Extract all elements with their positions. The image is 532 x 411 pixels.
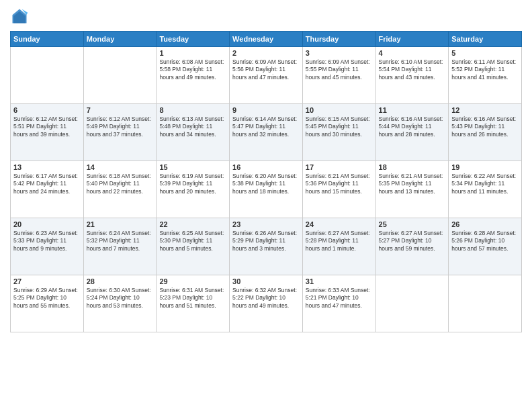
calendar-cell: 30Sunrise: 6:32 AM Sunset: 5:22 PM Dayli… bbox=[230, 275, 303, 332]
day-number: 9 bbox=[232, 106, 300, 114]
day-number: 7 bbox=[87, 106, 154, 114]
day-number: 6 bbox=[13, 106, 81, 114]
weekday-header: Sunday bbox=[11, 32, 84, 47]
calendar-cell bbox=[449, 275, 522, 332]
day-number: 12 bbox=[451, 106, 519, 114]
day-number: 27 bbox=[13, 277, 81, 285]
calendar-cell: 7Sunrise: 6:12 AM Sunset: 5:49 PM Daylig… bbox=[83, 104, 157, 161]
calendar-cell: 8Sunrise: 6:13 AM Sunset: 5:48 PM Daylig… bbox=[157, 104, 230, 161]
calendar-cell: 18Sunrise: 6:21 AM Sunset: 5:35 PM Dayli… bbox=[375, 161, 449, 218]
calendar-cell: 17Sunrise: 6:21 AM Sunset: 5:36 PM Dayli… bbox=[302, 161, 375, 218]
day-info: Sunrise: 6:24 AM Sunset: 5:32 PM Dayligh… bbox=[87, 230, 154, 253]
day-number: 5 bbox=[451, 49, 519, 57]
day-number: 2 bbox=[232, 49, 300, 57]
day-info: Sunrise: 6:09 AM Sunset: 5:55 PM Dayligh… bbox=[306, 58, 373, 81]
day-info: Sunrise: 6:17 AM Sunset: 5:42 PM Dayligh… bbox=[13, 173, 81, 195]
calendar-cell: 3Sunrise: 6:09 AM Sunset: 5:55 PM Daylig… bbox=[302, 47, 375, 104]
day-info: Sunrise: 6:10 AM Sunset: 5:54 PM Dayligh… bbox=[379, 58, 446, 81]
day-info: Sunrise: 6:16 AM Sunset: 5:44 PM Dayligh… bbox=[379, 116, 446, 138]
weekday-header: Saturday bbox=[449, 32, 522, 47]
day-info: Sunrise: 6:26 AM Sunset: 5:29 PM Dayligh… bbox=[232, 230, 300, 253]
day-info: Sunrise: 6:12 AM Sunset: 5:51 PM Dayligh… bbox=[13, 116, 81, 138]
day-info: Sunrise: 6:30 AM Sunset: 5:24 PM Dayligh… bbox=[87, 287, 154, 310]
day-number: 28 bbox=[87, 277, 154, 285]
day-number: 23 bbox=[232, 220, 300, 228]
calendar-week-row: 27Sunrise: 6:29 AM Sunset: 5:25 PM Dayli… bbox=[11, 275, 522, 332]
calendar-cell: 1Sunrise: 6:08 AM Sunset: 5:58 PM Daylig… bbox=[157, 47, 230, 104]
page-header bbox=[10, 7, 522, 26]
day-number: 16 bbox=[232, 163, 300, 171]
day-info: Sunrise: 6:20 AM Sunset: 5:38 PM Dayligh… bbox=[232, 173, 300, 195]
day-info: Sunrise: 6:15 AM Sunset: 5:45 PM Dayligh… bbox=[306, 116, 373, 138]
day-number: 19 bbox=[451, 163, 519, 171]
day-info: Sunrise: 6:16 AM Sunset: 5:43 PM Dayligh… bbox=[451, 116, 519, 138]
calendar-cell: 26Sunrise: 6:28 AM Sunset: 5:26 PM Dayli… bbox=[449, 218, 522, 275]
calendar-week-row: 20Sunrise: 6:23 AM Sunset: 5:33 PM Dayli… bbox=[11, 218, 522, 275]
calendar-cell: 22Sunrise: 6:25 AM Sunset: 5:30 PM Dayli… bbox=[157, 218, 230, 275]
calendar-cell: 29Sunrise: 6:31 AM Sunset: 5:23 PM Dayli… bbox=[157, 275, 230, 332]
day-number: 11 bbox=[379, 106, 446, 114]
day-info: Sunrise: 6:08 AM Sunset: 5:58 PM Dayligh… bbox=[159, 58, 226, 81]
day-number: 20 bbox=[13, 220, 81, 228]
calendar-cell bbox=[11, 47, 84, 104]
calendar-cell: 27Sunrise: 6:29 AM Sunset: 5:25 PM Dayli… bbox=[11, 275, 84, 332]
calendar-week-row: 6Sunrise: 6:12 AM Sunset: 5:51 PM Daylig… bbox=[11, 104, 522, 161]
day-info: Sunrise: 6:33 AM Sunset: 5:21 PM Dayligh… bbox=[306, 287, 373, 310]
day-info: Sunrise: 6:25 AM Sunset: 5:30 PM Dayligh… bbox=[159, 230, 226, 253]
day-number: 29 bbox=[159, 277, 226, 285]
day-number: 18 bbox=[379, 163, 446, 171]
day-number: 30 bbox=[232, 277, 300, 285]
calendar-cell: 21Sunrise: 6:24 AM Sunset: 5:32 PM Dayli… bbox=[83, 218, 157, 275]
calendar-cell: 19Sunrise: 6:22 AM Sunset: 5:34 PM Dayli… bbox=[449, 161, 522, 218]
day-number: 22 bbox=[159, 220, 226, 228]
day-info: Sunrise: 6:29 AM Sunset: 5:25 PM Dayligh… bbox=[13, 287, 81, 310]
calendar-cell: 16Sunrise: 6:20 AM Sunset: 5:38 PM Dayli… bbox=[230, 161, 303, 218]
weekday-header: Monday bbox=[83, 32, 157, 47]
calendar-cell bbox=[83, 47, 157, 104]
weekday-header: Tuesday bbox=[157, 32, 230, 47]
day-info: Sunrise: 6:32 AM Sunset: 5:22 PM Dayligh… bbox=[232, 287, 300, 310]
day-info: Sunrise: 6:13 AM Sunset: 5:48 PM Dayligh… bbox=[159, 116, 226, 138]
calendar-cell: 6Sunrise: 6:12 AM Sunset: 5:51 PM Daylig… bbox=[11, 104, 84, 161]
day-number: 14 bbox=[87, 163, 154, 171]
weekday-header-row: SundayMondayTuesdayWednesdayThursdayFrid… bbox=[11, 32, 522, 47]
day-number: 13 bbox=[13, 163, 81, 171]
day-info: Sunrise: 6:21 AM Sunset: 5:35 PM Dayligh… bbox=[379, 173, 446, 195]
day-info: Sunrise: 6:09 AM Sunset: 5:56 PM Dayligh… bbox=[232, 58, 300, 81]
day-info: Sunrise: 6:27 AM Sunset: 5:27 PM Dayligh… bbox=[379, 230, 446, 253]
day-number: 21 bbox=[87, 220, 154, 228]
calendar-cell bbox=[375, 275, 449, 332]
day-info: Sunrise: 6:11 AM Sunset: 5:52 PM Dayligh… bbox=[451, 58, 519, 81]
calendar-cell: 2Sunrise: 6:09 AM Sunset: 5:56 PM Daylig… bbox=[230, 47, 303, 104]
calendar-cell: 14Sunrise: 6:18 AM Sunset: 5:40 PM Dayli… bbox=[83, 161, 157, 218]
calendar-cell: 13Sunrise: 6:17 AM Sunset: 5:42 PM Dayli… bbox=[11, 161, 84, 218]
day-number: 24 bbox=[306, 220, 373, 228]
day-number: 31 bbox=[306, 277, 373, 285]
day-info: Sunrise: 6:21 AM Sunset: 5:36 PM Dayligh… bbox=[306, 173, 373, 195]
calendar-table: SundayMondayTuesdayWednesdayThursdayFrid… bbox=[10, 31, 522, 332]
calendar-cell: 4Sunrise: 6:10 AM Sunset: 5:54 PM Daylig… bbox=[375, 47, 449, 104]
day-number: 3 bbox=[306, 49, 373, 57]
weekday-header: Wednesday bbox=[230, 32, 303, 47]
page-container: SundayMondayTuesdayWednesdayThursdayFrid… bbox=[0, 0, 532, 411]
day-number: 15 bbox=[159, 163, 226, 171]
calendar-cell: 9Sunrise: 6:14 AM Sunset: 5:47 PM Daylig… bbox=[230, 104, 303, 161]
day-info: Sunrise: 6:22 AM Sunset: 5:34 PM Dayligh… bbox=[451, 173, 519, 195]
day-info: Sunrise: 6:28 AM Sunset: 5:26 PM Dayligh… bbox=[451, 230, 519, 253]
calendar-week-row: 13Sunrise: 6:17 AM Sunset: 5:42 PM Dayli… bbox=[11, 161, 522, 218]
calendar-cell: 5Sunrise: 6:11 AM Sunset: 5:52 PM Daylig… bbox=[449, 47, 522, 104]
calendar-week-row: 1Sunrise: 6:08 AM Sunset: 5:58 PM Daylig… bbox=[11, 47, 522, 104]
day-number: 26 bbox=[451, 220, 519, 228]
calendar-cell: 23Sunrise: 6:26 AM Sunset: 5:29 PM Dayli… bbox=[230, 218, 303, 275]
calendar-cell: 15Sunrise: 6:19 AM Sunset: 5:39 PM Dayli… bbox=[157, 161, 230, 218]
weekday-header: Thursday bbox=[302, 32, 375, 47]
day-number: 10 bbox=[306, 106, 373, 114]
calendar-cell: 10Sunrise: 6:15 AM Sunset: 5:45 PM Dayli… bbox=[302, 104, 375, 161]
day-number: 17 bbox=[306, 163, 373, 171]
calendar-cell: 31Sunrise: 6:33 AM Sunset: 5:21 PM Dayli… bbox=[302, 275, 375, 332]
day-number: 25 bbox=[379, 220, 446, 228]
calendar-cell: 28Sunrise: 6:30 AM Sunset: 5:24 PM Dayli… bbox=[83, 275, 157, 332]
weekday-header: Friday bbox=[375, 32, 449, 47]
calendar-cell: 24Sunrise: 6:27 AM Sunset: 5:28 PM Dayli… bbox=[302, 218, 375, 275]
calendar-cell: 12Sunrise: 6:16 AM Sunset: 5:43 PM Dayli… bbox=[449, 104, 522, 161]
